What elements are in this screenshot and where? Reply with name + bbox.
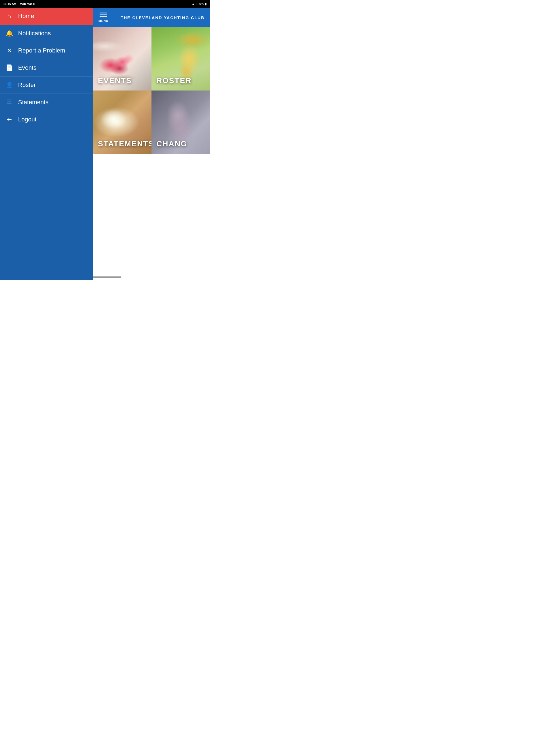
status-indicators: ▲ 100% ▮ xyxy=(192,2,207,6)
sidebar-notifications-label: Notifications xyxy=(18,30,51,37)
sidebar-statements-label: Statements xyxy=(18,99,48,106)
sidebar-item-roster[interactable]: 👤 Roster xyxy=(0,77,93,94)
status-time: 11:16 AM xyxy=(3,2,17,5)
list-icon: ☰ xyxy=(5,99,13,106)
grid-cell-roster[interactable]: ROSTER xyxy=(152,27,210,91)
status-time-date: 11:16 AM Mon Mar 8 xyxy=(3,2,35,5)
sidebar-report-label: Report a Problem xyxy=(18,47,65,54)
main-content: MENU THE CLEVELAND YACHTING CLUB EVENTS … xyxy=(93,8,210,280)
sidebar-item-logout[interactable]: ⬅ Logout xyxy=(0,111,93,128)
grid-cell-chang[interactable]: CHANG xyxy=(152,91,210,154)
sidebar-events-label: Events xyxy=(18,64,36,71)
sidebar-logout-label: Logout xyxy=(18,116,36,123)
bell-icon: 🔔 xyxy=(5,30,13,37)
grid-cell-statements[interactable]: STATEMENTS xyxy=(93,91,152,154)
document-icon: 📄 xyxy=(5,64,13,71)
sidebar-item-report[interactable]: ✕ Report a Problem xyxy=(0,42,93,59)
sidebar-item-notifications[interactable]: 🔔 Notifications xyxy=(0,25,93,42)
person-icon: 👤 xyxy=(5,81,13,88)
content-area xyxy=(93,154,210,280)
app-header: MENU THE CLEVELAND YACHTING CLUB xyxy=(93,8,210,27)
hamburger-icon xyxy=(100,12,107,17)
status-date: Mon Mar 8 xyxy=(20,2,34,5)
menu-label: MENU xyxy=(98,19,108,22)
scroll-indicator xyxy=(88,277,121,278)
battery-icon: ▮ xyxy=(205,2,207,6)
sidebar-item-statements[interactable]: ☰ Statements xyxy=(0,94,93,111)
sidebar-item-events[interactable]: 📄 Events xyxy=(0,59,93,77)
sidebar: ⌂ Home 🔔 Notifications ✕ Report a Proble… xyxy=(0,8,93,280)
logout-icon: ⬅ xyxy=(5,116,13,123)
home-icon: ⌂ xyxy=(5,12,13,20)
sidebar-home-label: Home xyxy=(18,12,34,20)
menu-button[interactable]: MENU xyxy=(98,12,108,22)
wifi-icon: ▲ xyxy=(192,2,195,5)
statements-label: STATEMENTS xyxy=(98,139,152,148)
roster-label: ROSTER xyxy=(156,76,192,85)
chang-label: CHANG xyxy=(156,139,187,148)
sidebar-nav: ⌂ Home 🔔 Notifications ✕ Report a Proble… xyxy=(0,8,93,128)
grid-cell-events[interactable]: EVENTS xyxy=(93,27,152,91)
app-title: THE CLEVELAND YACHTING CLUB xyxy=(121,15,205,20)
wrench-icon: ✕ xyxy=(5,47,13,54)
sidebar-roster-label: Roster xyxy=(18,81,36,88)
battery-level: 100% xyxy=(196,2,204,5)
status-bar: 11:16 AM Mon Mar 8 ▲ 100% ▮ xyxy=(0,0,210,8)
sidebar-item-home[interactable]: ⌂ Home xyxy=(0,8,93,25)
content-grid: EVENTS ROSTER STATEMENTS CHANG xyxy=(93,27,210,154)
events-label: EVENTS xyxy=(98,76,132,85)
